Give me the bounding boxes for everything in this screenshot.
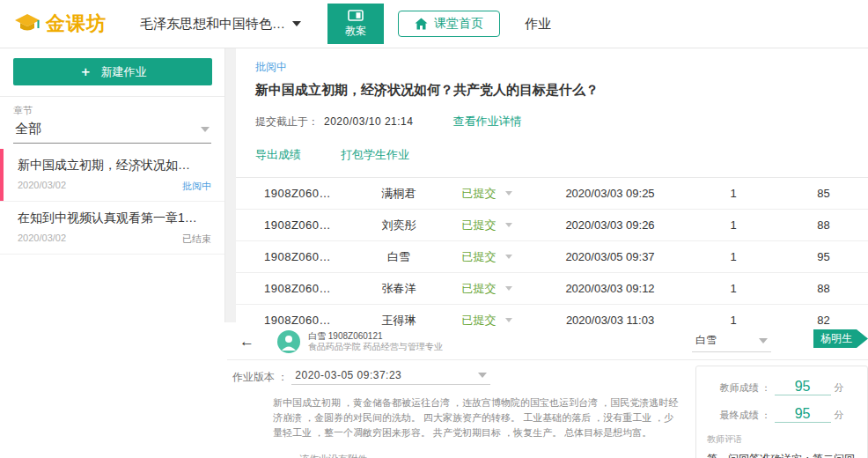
- deadline-value: 2020/03/10 21:14: [324, 115, 413, 128]
- submission-count: 1: [685, 282, 782, 295]
- next-student-button[interactable]: 杨明生: [813, 329, 868, 348]
- teacher-comment-text: 第一问回答准确详实；第二问回答结合过度时期总路线，则更完备。: [707, 451, 857, 458]
- classroom-home-button[interactable]: 课堂首页: [398, 11, 500, 37]
- chapter-filter: 章节 全部: [0, 97, 224, 144]
- student-id: 1908Z060…: [236, 187, 359, 200]
- submission-status-label: 已提交: [462, 313, 497, 329]
- no-attachment-note: 该作业没有附件: [299, 453, 685, 458]
- score-card: 教师成绩 ： 95 分 最终成绩 ： 95 分 教师评语 第一问回答准确详实；第…: [695, 366, 868, 458]
- sidebar-item-homework-1[interactable]: 在知到中视频认真观看第一章1… 2020/03/02 已结束: [0, 202, 224, 255]
- table-row[interactable]: 1908Z060… 张春洋 已提交 2020/03/03 09:12 1 88: [236, 273, 868, 305]
- home-icon: [415, 18, 428, 30]
- student-name: 刘奕彤: [359, 218, 438, 233]
- homework-title: 在知到中视频认真观看第一章1…: [18, 211, 211, 226]
- export-scores-link[interactable]: 导出成绩: [255, 147, 301, 163]
- course-title: 毛泽东思想和中国特色…: [140, 16, 285, 33]
- sidebar: ＋ 新建作业 章节 全部 新中国成立初期，经济状况如… 2020/03/02 批…: [0, 48, 225, 322]
- homework-version-label: 作业版本 ：: [232, 370, 288, 385]
- lesson-plan-label: 教案: [345, 24, 366, 39]
- homework-title: 新中国成立初期，经济状况如…: [18, 158, 211, 174]
- homework-question-title: 新中国成立初期，经济状况如何？共产党人的目标是什么？: [255, 82, 868, 99]
- homework-status-badge: 批阅中: [255, 60, 868, 75]
- submission-count: 1: [685, 218, 782, 232]
- submission-score: 82: [782, 314, 865, 327]
- app-logo[interactable]: 金课坊: [14, 11, 107, 37]
- homework-version-value: 2020-03-05 09:37:23: [295, 369, 401, 381]
- homework-overview-panel: 批阅中 新中国成立初期，经济状况如何？共产党人的目标是什么？ 提交截止于： 20…: [236, 48, 868, 322]
- student-name: 王得琳: [359, 313, 438, 329]
- chevron-down-icon: [505, 286, 512, 291]
- submissions-table: 1908Z060… 满桐君 已提交 2020/03/03 09:25 1 85 …: [236, 177, 868, 336]
- submission-time: 2020/03/03 09:12: [535, 282, 685, 295]
- final-score-input[interactable]: 95: [775, 406, 831, 423]
- sidebar-item-homework-0[interactable]: 新中国成立初期，经济状况如… 2020/03/02 批阅中: [0, 149, 224, 202]
- submission-score: 85: [782, 187, 865, 200]
- teacher-score-input[interactable]: 95: [775, 379, 831, 395]
- course-select[interactable]: 毛泽东思想和中国特色…: [140, 16, 301, 33]
- submission-status-select[interactable]: 已提交: [438, 218, 535, 233]
- chevron-down-icon: [505, 255, 512, 259]
- logo-text: 金课坊: [46, 11, 107, 37]
- submission-count: 1: [685, 314, 782, 327]
- student-id: 1908Z060…: [236, 250, 359, 263]
- submission-status-label: 已提交: [462, 249, 497, 265]
- submission-status-select[interactable]: 已提交: [438, 186, 535, 202]
- homework-status: 已结束: [182, 233, 211, 246]
- new-homework-button[interactable]: ＋ 新建作业: [13, 58, 212, 85]
- final-score-label: 最终成绩 ：: [719, 409, 770, 422]
- submission-count: 1: [685, 187, 782, 200]
- table-row[interactable]: 1908Z060… 满桐君 已提交 2020/03/03 09:25 1 85: [236, 178, 868, 210]
- homework-date: 2020/03/02: [18, 180, 66, 193]
- student-select[interactable]: 白雪: [692, 331, 771, 352]
- view-homework-detail-link[interactable]: 查看作业详情: [452, 114, 521, 129]
- submission-status-label: 已提交: [462, 186, 497, 202]
- score-unit: 分: [835, 381, 844, 395]
- student-id: 1908Z060…: [236, 282, 359, 295]
- student-name: 张春洋: [359, 281, 438, 297]
- avatar: [277, 330, 300, 353]
- student-name: 白雪: [359, 249, 438, 265]
- submission-status-select[interactable]: 已提交: [438, 313, 535, 329]
- classroom-home-label: 课堂首页: [434, 16, 483, 32]
- chevron-down-icon: [292, 21, 301, 26]
- submission-score: 95: [782, 250, 865, 263]
- plus-icon: ＋: [79, 63, 92, 80]
- chapter-select[interactable]: 全部: [13, 117, 211, 144]
- person-icon: [277, 330, 300, 353]
- table-row[interactable]: 1908Z060… 刘奕彤 已提交 2020/03/03 09:26 1 88: [236, 210, 868, 241]
- deadline-label: 提交截止于：: [255, 114, 319, 129]
- back-button[interactable]: ←: [239, 333, 254, 351]
- submission-time: 2020/03/05 09:37: [535, 250, 685, 263]
- submission-time: 2020/03/03 09:26: [535, 218, 685, 232]
- document-icon: [348, 10, 364, 21]
- student-select-value: 白雪: [695, 333, 717, 348]
- lesson-plan-button[interactable]: 教案: [327, 4, 384, 44]
- student-name: 满桐君: [359, 186, 438, 202]
- student-id: 1908Z060…: [236, 218, 359, 232]
- score-unit: 分: [835, 409, 844, 422]
- submission-score: 88: [782, 282, 865, 295]
- submission-status-select[interactable]: 已提交: [438, 281, 535, 297]
- submission-status-label: 已提交: [462, 218, 497, 233]
- chevron-down-icon: [505, 223, 512, 227]
- teacher-comment-label: 教师评语: [707, 433, 857, 446]
- student-id: 1908Z060…: [236, 314, 359, 327]
- homework-version-select[interactable]: 2020-03-05 09:37:23: [291, 369, 490, 385]
- chevron-down-icon: [759, 338, 768, 344]
- layout-gap: [225, 48, 236, 322]
- chevron-down-icon: [478, 373, 487, 378]
- submission-count: 1: [685, 250, 782, 263]
- submission-status-label: 已提交: [462, 281, 497, 297]
- new-homework-label: 新建作业: [101, 64, 147, 80]
- student-name-id: 白雪 1908Z060121: [308, 331, 443, 343]
- top-header: 金课坊 毛泽东思想和中国特色… 教案 课堂首页 作业: [0, 0, 868, 48]
- chevron-down-icon: [201, 127, 210, 132]
- student-college: 食品药品学院 药品经营与管理专业: [308, 342, 443, 353]
- chevron-down-icon: [505, 191, 512, 196]
- submission-detail-panel: ← 白雪 1908Z060121 食品药品学院 药品经营与管理专业 白雪 杨明生…: [227, 328, 868, 458]
- table-row[interactable]: 1908Z060… 白雪 已提交 2020/03/05 09:37 1 95: [236, 241, 868, 273]
- submission-status-select[interactable]: 已提交: [438, 249, 535, 265]
- graduation-cap-icon: [14, 13, 40, 34]
- package-student-homework-link[interactable]: 打包学生作业: [341, 147, 409, 163]
- tab-homework[interactable]: 作业: [525, 16, 551, 33]
